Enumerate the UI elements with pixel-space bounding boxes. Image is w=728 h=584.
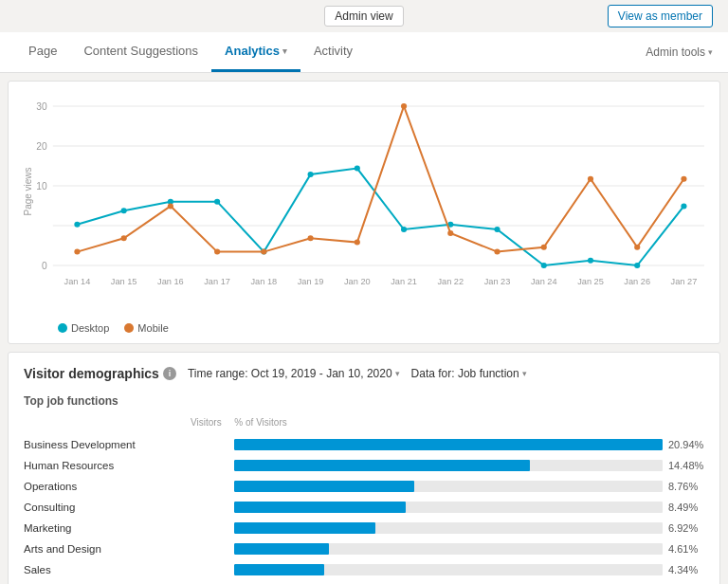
admin-tools-button[interactable]: Admin tools ▾ [646,46,713,59]
bar-and-pct-6: 4.34% [234,564,704,575]
svg-point-37 [681,203,686,209]
svg-point-50 [634,245,640,250]
svg-point-40 [168,203,173,209]
svg-text:Jan 21: Jan 21 [391,277,417,286]
svg-point-41 [214,249,220,255]
bar-chart-header: Visitors % of Visitors [177,417,704,432]
bar-label-7: Support [24,580,177,584]
svg-point-34 [541,263,547,268]
bar-fill-6 [234,564,324,575]
bar-fill-4 [234,522,375,534]
svg-text:Jan 18: Jan 18 [250,277,277,286]
svg-point-36 [634,263,640,268]
bar-fill-5 [234,543,328,555]
bar-track-6 [234,564,663,575]
bar-label-6: Sales [24,559,177,580]
bar-and-pct-4: 6.92% [234,522,704,534]
svg-text:Jan 23: Jan 23 [484,277,511,286]
bar-label-3: Consulting [24,497,177,518]
bar-and-pct-2: 8.76% [234,481,704,492]
svg-text:30: 30 [36,101,47,112]
bar-pct-1: 14.48% [668,460,704,471]
svg-text:Jan 17: Jan 17 [204,277,230,286]
time-range-selector[interactable]: Time range: Oct 19, 2019 - Jan 10, 2020 … [188,367,400,380]
bar-row-1: 14.48% [177,455,704,476]
bar-track-4 [234,522,663,534]
svg-point-51 [681,176,686,182]
svg-text:Page views: Page views [24,167,33,215]
svg-text:Jan 26: Jan 26 [624,277,650,286]
tab-page[interactable]: Page [15,32,70,72]
svg-point-25 [121,208,127,213]
svg-point-44 [355,240,360,246]
bar-row-3: 8.49% [177,497,704,518]
bar-track-2 [234,481,663,492]
svg-point-48 [541,245,547,250]
data-for-chevron-icon: ▾ [522,369,527,378]
svg-point-35 [588,258,593,264]
analytics-tab-with-arrow: Analytics ▾ [225,44,287,58]
svg-point-43 [308,235,314,241]
bar-row-7: 4.24% [177,580,704,584]
bar-chart-container: Business Development Human Resources Ope… [24,417,704,584]
mobile-legend-dot [124,323,134,333]
bar-track-5 [234,543,663,555]
bar-row-4: 6.92% [177,518,704,538]
svg-text:Jan 25: Jan 25 [577,277,604,286]
bar-row-2: 8.76% [177,476,704,497]
bar-row-6: 4.34% [177,559,704,580]
svg-text:Jan 16: Jan 16 [157,277,184,286]
desktop-legend-dot [58,323,67,333]
svg-text:0: 0 [42,261,47,271]
bar-and-pct-0: 20.94% [234,439,704,450]
nav-tabs-left: Page Content Suggestions Analytics ▾ Act… [15,32,366,72]
svg-text:Jan 20: Jan 20 [344,277,371,286]
svg-point-29 [308,172,314,177]
bar-row-0: 20.94% [177,434,704,455]
bar-label-1: Human Resources [24,455,177,476]
desktop-legend-label: Desktop [71,322,109,334]
svg-text:Jan 27: Jan 27 [671,277,698,286]
demographics-section: Visitor demographics i Time range: Oct 1… [8,352,720,584]
bar-labels: Business Development Human Resources Ope… [24,417,177,584]
svg-point-27 [214,199,220,205]
svg-text:Jan 22: Jan 22 [437,277,464,286]
svg-point-42 [261,249,266,255]
svg-text:Jan 19: Jan 19 [298,277,324,286]
svg-point-38 [74,249,80,255]
bar-label-2: Operations [24,476,177,497]
svg-point-33 [494,227,500,232]
info-icon[interactable]: i [163,367,176,380]
bar-pct-0: 20.94% [668,439,704,450]
svg-point-31 [401,227,407,232]
bar-pct-5: 4.61% [668,543,704,555]
visitors-header: Visitors [177,417,234,432]
bar-and-pct-3: 8.49% [234,502,704,513]
bar-pct-4: 6.92% [668,522,704,534]
view-as-member-button[interactable]: View as member [608,5,713,27]
svg-point-45 [401,103,407,109]
svg-point-39 [121,235,127,241]
analytics-chevron-icon: ▾ [282,46,287,56]
bar-track-0 [234,439,663,450]
svg-point-30 [355,166,360,172]
bar-label-5: Arts and Design [24,538,177,559]
top-bar: Admin view View as member [0,0,728,32]
bar-row-5: 4.61% [177,538,704,559]
bar-label-4: Marketing [24,518,177,538]
data-for-selector[interactable]: Data for: Job function ▾ [411,367,527,380]
mobile-legend-label: Mobile [137,322,168,334]
tab-content-suggestions[interactable]: Content Suggestions [70,32,211,72]
svg-text:Jan 24: Jan 24 [531,277,557,286]
bar-and-pct-5: 4.61% [234,543,704,555]
bar-pct-3: 8.49% [668,502,704,513]
tab-activity[interactable]: Activity [300,32,366,72]
bar-chart-area: Visitors % of Visitors 20.94% 14.48% [177,417,704,584]
admin-view-badge: Admin view [324,6,403,27]
bar-track-3 [234,502,663,513]
chart-section: 30 20 10 0 Page views Jan 14 Jan 15 Jan … [8,81,720,344]
chart-svg: 30 20 10 0 Page views Jan 14 Jan 15 Jan … [24,97,704,286]
tab-analytics[interactable]: Analytics ▾ [211,32,300,72]
nav-tabs: Page Content Suggestions Analytics ▾ Act… [0,32,728,73]
svg-point-47 [494,249,500,255]
